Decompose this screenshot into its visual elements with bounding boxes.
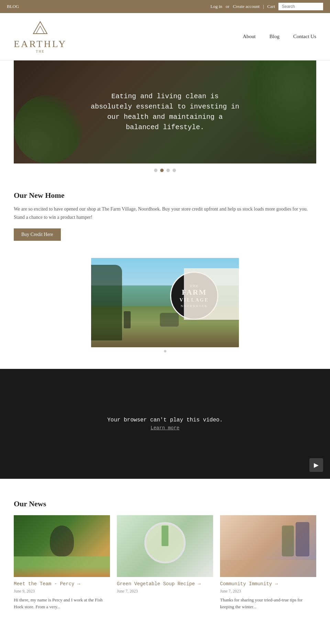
video-cant-play: Your browser can't play this video. [107, 417, 223, 423]
farm-village-image: THE FARM VILLAGE NOORDHOEK [91, 258, 239, 347]
news-title: Our News [14, 499, 316, 508]
immunity-bottle2 [282, 526, 294, 556]
news-card-2-date: June 7, 2023 [220, 589, 316, 594]
top-bar-right: Log in or Create account | Cart [210, 3, 323, 10]
top-bar: BLOG Log in or Create account | Cart [0, 0, 330, 13]
hero-slider: Eating and living clean is absolutely es… [14, 60, 316, 163]
search-input[interactable] [278, 3, 323, 10]
video-learn-more-link[interactable]: Learn more [151, 425, 179, 431]
new-home-section: Our New Home We are so excited to have o… [0, 177, 330, 255]
news-card-2-text: Thanks for sharing your tried-and-true t… [220, 597, 316, 611]
hero-quote: Eating and living clean is absolutely es… [82, 84, 248, 139]
brand-name: EARTHLY [14, 38, 67, 49]
brand-prefix: THE [36, 49, 44, 53]
top-bar-blog[interactable]: BLOG [7, 4, 19, 9]
main-nav: About Blog Contact Us [243, 34, 316, 39]
nav-contact[interactable]: Contact Us [293, 34, 316, 39]
nav-blog[interactable]: Blog [270, 34, 279, 39]
buy-credit-button[interactable]: Buy Credit Here [14, 228, 61, 241]
farm-slider-dots [91, 350, 239, 352]
separator: | [263, 4, 264, 9]
percy-img-gradient [14, 556, 110, 577]
tree-left [91, 265, 122, 340]
nav-about[interactable]: About [243, 34, 256, 39]
news-card-1-title[interactable]: Green Vegetable Soup Recipe → [117, 581, 213, 587]
news-card-0: Meet the Team - Percy → June 9, 2023 Hi … [14, 515, 110, 611]
leaf-left-decoration [14, 95, 82, 163]
or-label: or [226, 4, 230, 9]
news-card-1-date: June 7, 2023 [117, 589, 213, 594]
news-section: Our News Meet the Team - Percy → June 9,… [0, 493, 330, 625]
login-link[interactable]: Log in [210, 4, 222, 9]
leaf-right-decoration [241, 60, 316, 157]
slider-dots [0, 169, 330, 172]
soup-garnish [162, 526, 168, 546]
video-play-button[interactable]: ▶ [309, 458, 323, 472]
news-img-percy [14, 515, 110, 577]
svg-marker-0 [33, 22, 47, 34]
slider-dot-1[interactable] [154, 169, 157, 172]
news-img-soup [117, 515, 213, 577]
news-card-2-title[interactable]: Community Immunity → [220, 581, 316, 587]
video-section: Your browser can't play this video. Lear… [0, 369, 330, 479]
search-wrapper [278, 3, 323, 10]
slider-dot-2[interactable] [160, 169, 164, 172]
immunity-table [220, 560, 316, 577]
news-grid: Meet the Team - Percy → June 9, 2023 Hi … [14, 515, 316, 611]
logo: EARTHLY THE [14, 20, 67, 53]
new-home-body: We are so excited to have opened our sho… [14, 205, 316, 222]
new-home-title: Our New Home [14, 191, 316, 200]
percy-silhouette [50, 526, 74, 556]
news-card-0-title[interactable]: Meet the Team - Percy → [14, 581, 110, 587]
news-card-0-date: June 9, 2023 [14, 589, 110, 594]
wall [184, 268, 239, 320]
cyclist-figure [124, 311, 131, 328]
farm-image-container: THE FARM VILLAGE NOORDHOEK [14, 258, 316, 355]
create-account-link[interactable]: Create account [233, 4, 260, 9]
immunity-bottle1 [296, 522, 309, 556]
cart-link[interactable]: Cart [267, 4, 275, 9]
blog-link[interactable]: BLOG [7, 4, 19, 9]
header: EARTHLY THE About Blog Contact Us [0, 13, 330, 60]
slider-dot-3[interactable] [166, 169, 170, 172]
farm-dot-1[interactable] [164, 350, 166, 352]
logo-triangle-icon [32, 20, 49, 37]
people-figure [160, 313, 179, 327]
news-card-1: Green Vegetable Soup Recipe → June 7, 20… [117, 515, 213, 611]
news-card-2: Community Immunity → June 7, 2023 Thanks… [220, 515, 316, 611]
news-img-immunity [220, 515, 316, 577]
play-icon: ▶ [314, 461, 319, 469]
slider-dot-4[interactable] [173, 169, 176, 172]
news-card-0-text: Hi there, my name is Percy and I work at… [14, 597, 110, 611]
